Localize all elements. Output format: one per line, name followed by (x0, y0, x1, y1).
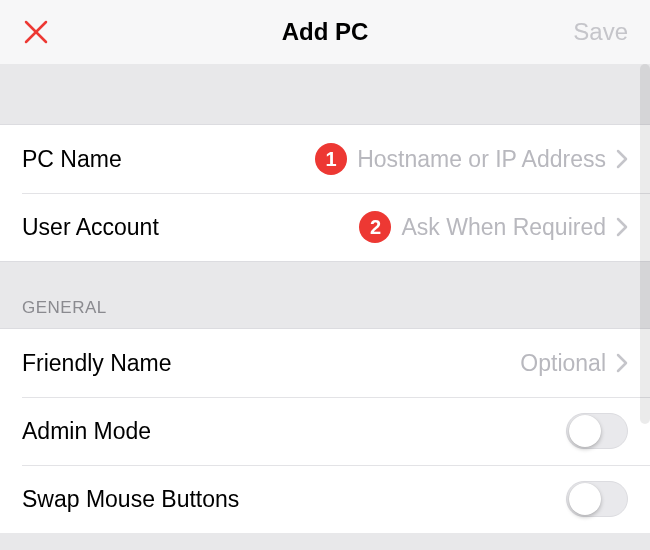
row-label: PC Name (22, 146, 122, 173)
toggle-knob (569, 483, 601, 515)
toggle-knob (569, 415, 601, 447)
row-value: Hostname or IP Address (357, 146, 606, 173)
general-header: GENERAL (0, 262, 650, 328)
chevron-right-icon (616, 217, 628, 237)
row-label: Friendly Name (22, 350, 172, 377)
row-label: Swap Mouse Buttons (22, 486, 239, 513)
group-gap (0, 64, 650, 124)
pc-name-row[interactable]: PC Name 1 Hostname or IP Address (0, 125, 650, 193)
friendly-name-row[interactable]: Friendly Name Optional (0, 329, 650, 397)
close-button[interactable] (22, 18, 50, 46)
swap-mouse-row: Swap Mouse Buttons (0, 465, 650, 533)
save-button[interactable]: Save (573, 18, 628, 46)
row-label: Admin Mode (22, 418, 151, 445)
admin-mode-row: Admin Mode (0, 397, 650, 465)
connection-section: PC Name 1 Hostname or IP Address User Ac… (0, 124, 650, 262)
admin-mode-toggle[interactable] (566, 413, 628, 449)
page-title: Add PC (282, 18, 369, 46)
chevron-right-icon (616, 353, 628, 373)
row-value: Ask When Required (401, 214, 606, 241)
row-value: Optional (520, 350, 606, 377)
user-account-row[interactable]: User Account 2 Ask When Required (0, 193, 650, 261)
general-section: Friendly Name Optional Admin Mode Swap M… (0, 328, 650, 533)
close-icon (23, 19, 49, 45)
annotation-badge-1: 1 (315, 143, 347, 175)
chevron-right-icon (616, 149, 628, 169)
row-label: User Account (22, 214, 159, 241)
header: Add PC Save (0, 0, 650, 64)
scrollbar[interactable] (640, 64, 650, 424)
annotation-badge-2: 2 (359, 211, 391, 243)
swap-mouse-toggle[interactable] (566, 481, 628, 517)
